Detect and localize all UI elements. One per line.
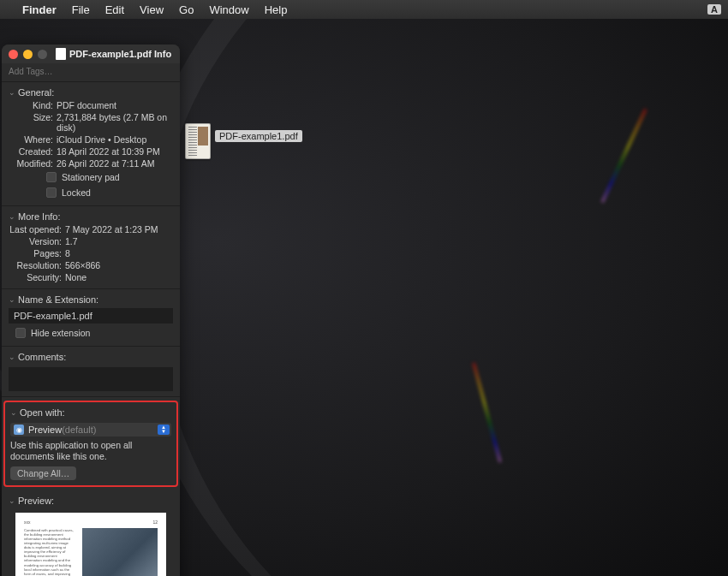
checkbox[interactable] — [46, 187, 57, 198]
created-label: Created: — [9, 146, 57, 157]
section-comments: ⌄ Comments: — [2, 347, 180, 397]
kind-value: PDF document — [57, 100, 173, 110]
popup-arrows-icon: ▲▼ — [158, 425, 170, 435]
modified-label: Modified: — [9, 158, 57, 169]
checkbox[interactable] — [15, 328, 26, 338]
close-button[interactable] — [9, 50, 18, 59]
menu-go[interactable]: Go — [179, 3, 194, 16]
chevron-down-icon: ⌄ — [9, 88, 15, 97]
document-icon — [56, 48, 66, 60]
chevron-down-icon: ⌄ — [9, 295, 15, 304]
section-title: More Info: — [18, 211, 61, 222]
info-panel-body: Add Tags… ⌄ General: Kind:PDF document S… — [2, 63, 180, 576]
comments-textarea[interactable] — [9, 367, 173, 391]
created-value: 18 April 2022 at 10:39 PM — [57, 146, 173, 157]
pages-label: Pages: — [9, 248, 65, 258]
filename-input[interactable] — [9, 308, 173, 324]
section-general: ⌄ General: Kind:PDF document Size:2,731,… — [2, 82, 180, 206]
section-open-with: ⌄ Open with: ◉ Preview (default) ▲▼ Use … — [3, 401, 178, 487]
stationery-label: Stationery pad — [62, 172, 120, 182]
open-with-description: Use this application to open all documen… — [10, 440, 171, 462]
menu-window[interactable]: Window — [209, 3, 248, 16]
section-header-nameext[interactable]: ⌄ Name & Extension: — [9, 293, 173, 306]
kind-label: Kind: — [9, 100, 57, 110]
section-header-openwith[interactable]: ⌄ Open with: — [10, 406, 171, 419]
locked-checkbox-row[interactable]: Locked — [9, 185, 173, 200]
chevron-down-icon: ⌄ — [9, 212, 15, 221]
resolution-label: Resolution: — [9, 260, 65, 270]
size-label: Size: — [9, 112, 57, 133]
menu-bar: Finder File Edit View Go Window Help A — [0, 0, 728, 19]
preview-image — [82, 528, 158, 576]
window-title: PDF-example1.pdf Info — [56, 48, 171, 60]
open-with-default: (default) — [62, 425, 96, 435]
section-title: Preview: — [18, 496, 54, 506]
section-header-preview[interactable]: ⌄ Preview: — [9, 494, 173, 508]
section-title: Comments: — [18, 352, 66, 362]
menu-file[interactable]: File — [72, 3, 90, 16]
page-number: 12 — [152, 520, 158, 525]
preview-thumbnail[interactable]: xxx 12 Combined with practical cases, th… — [15, 513, 166, 576]
preview-text-column: Combined with practical cases, the build… — [24, 528, 74, 576]
wallpaper-curve — [128, 19, 728, 576]
zoom-button[interactable] — [38, 50, 47, 59]
section-name-extension: ⌄ Name & Extension: Hide extension — [2, 289, 180, 347]
version-value: 1.7 — [65, 236, 173, 246]
open-with-app: Preview — [28, 425, 62, 435]
preview-app-icon: ◉ — [14, 425, 24, 435]
tags-field[interactable]: Add Tags… — [2, 63, 180, 82]
get-info-window: PDF-example1.pdf Info Add Tags… ⌄ Genera… — [2, 45, 180, 576]
menu-view[interactable]: View — [140, 3, 164, 16]
chevron-down-icon: ⌄ — [9, 353, 15, 361]
preview-page-content: xxx 12 Combined with practical cases, th… — [21, 518, 161, 576]
desktop-file[interactable]: PDF-example1.pdf — [182, 123, 212, 175]
change-all-button[interactable]: Change All… — [10, 466, 76, 480]
version-label: Version: — [9, 236, 65, 246]
security-label: Security: — [9, 272, 65, 282]
section-preview: ⌄ Preview: xxx 12 Combined with practica… — [2, 490, 180, 576]
page-header-text: xxx — [24, 520, 31, 525]
minimize-button[interactable] — [23, 50, 33, 59]
section-header-moreinfo[interactable]: ⌄ More Info: — [9, 210, 173, 223]
lastopened-label: Last opened: — [9, 224, 65, 235]
app-name[interactable]: Finder — [22, 3, 57, 16]
modified-value: 26 April 2022 at 7:11 AM — [57, 158, 173, 169]
security-value: None — [65, 272, 173, 282]
checkbox[interactable] — [46, 172, 57, 182]
file-thumbnail-icon — [185, 123, 211, 159]
section-title: General: — [18, 87, 54, 98]
file-label: PDF-example1.pdf — [215, 130, 302, 142]
resolution-value: 566×866 — [65, 260, 173, 270]
stationery-checkbox-row[interactable]: Stationery pad — [9, 169, 173, 185]
section-header-general[interactable]: ⌄ General: — [9, 86, 173, 99]
desktop[interactable]: PDF-example1.pdf PDF-example1.pdf Info A… — [0, 19, 728, 576]
chevron-down-icon: ⌄ — [9, 496, 15, 505]
chevron-down-icon: ⌄ — [10, 408, 17, 417]
where-label: Where: — [9, 134, 57, 145]
hide-extension-row[interactable]: Hide extension — [9, 325, 173, 341]
section-title: Name & Extension: — [18, 294, 98, 305]
section-title: Open with: — [20, 407, 65, 418]
window-titlebar[interactable]: PDF-example1.pdf Info — [2, 45, 180, 63]
lastopened-value: 7 May 2022 at 1:23 PM — [65, 224, 173, 235]
size-value: 2,731,884 bytes (2.7 MB on disk) — [57, 112, 173, 133]
menu-edit[interactable]: Edit — [105, 3, 124, 16]
section-header-comments[interactable]: ⌄ Comments: — [9, 350, 173, 364]
status-item[interactable]: A — [707, 4, 721, 15]
window-title-text: PDF-example1.pdf Info — [69, 49, 171, 59]
hide-extension-label: Hide extension — [31, 328, 90, 338]
open-with-dropdown[interactable]: ◉ Preview (default) ▲▼ — [10, 423, 171, 436]
where-value: iCloud Drive • Desktop — [57, 134, 173, 145]
section-more-info: ⌄ More Info: Last opened:7 May 2022 at 1… — [2, 206, 180, 289]
menu-help[interactable]: Help — [265, 3, 288, 16]
locked-label: Locked — [62, 187, 91, 198]
pages-value: 8 — [65, 248, 173, 258]
